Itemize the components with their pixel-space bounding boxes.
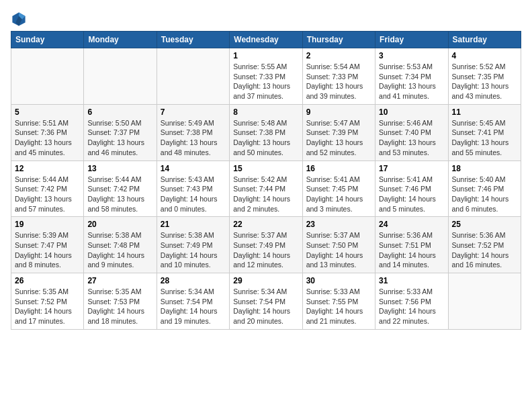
day-info: Sunrise: 5:33 AM Sunset: 7:55 PM Dayligh… — [306, 287, 371, 326]
day-info: Sunrise: 5:41 AM Sunset: 7:46 PM Dayligh… — [379, 175, 444, 214]
day-number: 26 — [15, 276, 80, 285]
day-number: 15 — [233, 164, 298, 173]
day-info: Sunrise: 5:51 AM Sunset: 7:36 PM Dayligh… — [15, 118, 80, 158]
calendar-cell: 30Sunrise: 5:33 AM Sunset: 7:55 PM Dayli… — [302, 273, 375, 330]
calendar-table: SundayMondayTuesdayWednesdayThursdayFrid… — [11, 31, 521, 330]
day-info: Sunrise: 5:50 AM Sunset: 7:37 PM Dayligh… — [87, 118, 152, 158]
day-number: 25 — [452, 220, 517, 229]
day-info: Sunrise: 5:48 AM Sunset: 7:38 PM Dayligh… — [233, 118, 298, 158]
day-number: 3 — [379, 51, 444, 60]
day-number: 31 — [379, 276, 444, 285]
calendar-cell — [11, 48, 84, 105]
calendar-cell: 7Sunrise: 5:49 AM Sunset: 7:38 PM Daylig… — [157, 104, 229, 161]
calendar-cell: 10Sunrise: 5:46 AM Sunset: 7:40 PM Dayli… — [375, 104, 448, 161]
day-info: Sunrise: 5:44 AM Sunset: 7:42 PM Dayligh… — [15, 175, 80, 214]
day-info: Sunrise: 5:54 AM Sunset: 7:33 PM Dayligh… — [306, 62, 371, 101]
day-number: 1 — [233, 51, 298, 60]
day-number: 2 — [306, 51, 371, 60]
day-number: 10 — [379, 107, 444, 117]
day-info: Sunrise: 5:43 AM Sunset: 7:43 PM Dayligh… — [161, 175, 226, 214]
day-header-friday: Friday — [375, 32, 448, 48]
day-number: 9 — [306, 107, 371, 117]
day-info: Sunrise: 5:36 AM Sunset: 7:52 PM Dayligh… — [452, 230, 517, 270]
day-info: Sunrise: 5:47 AM Sunset: 7:39 PM Dayligh… — [306, 118, 371, 158]
week-row: 1Sunrise: 5:55 AM Sunset: 7:33 PM Daylig… — [11, 48, 521, 105]
calendar-cell: 26Sunrise: 5:35 AM Sunset: 7:52 PM Dayli… — [11, 273, 84, 330]
calendar-cell: 13Sunrise: 5:44 AM Sunset: 7:42 PM Dayli… — [84, 161, 157, 217]
day-info: Sunrise: 5:44 AM Sunset: 7:42 PM Dayligh… — [87, 175, 152, 214]
day-number: 23 — [306, 220, 371, 229]
day-number: 4 — [452, 51, 517, 60]
day-number: 11 — [452, 107, 517, 117]
calendar-cell: 1Sunrise: 5:55 AM Sunset: 7:33 PM Daylig… — [230, 48, 302, 105]
calendar-cell: 27Sunrise: 5:35 AM Sunset: 7:53 PM Dayli… — [84, 273, 157, 330]
calendar-cell: 19Sunrise: 5:39 AM Sunset: 7:47 PM Dayli… — [11, 217, 84, 273]
calendar-cell — [84, 48, 157, 105]
calendar-cell: 22Sunrise: 5:37 AM Sunset: 7:49 PM Dayli… — [230, 217, 302, 273]
day-number: 13 — [87, 164, 152, 173]
day-number: 5 — [15, 107, 80, 117]
day-info: Sunrise: 5:38 AM Sunset: 7:49 PM Dayligh… — [161, 230, 226, 270]
day-info: Sunrise: 5:38 AM Sunset: 7:48 PM Dayligh… — [87, 230, 152, 270]
week-row: 26Sunrise: 5:35 AM Sunset: 7:52 PM Dayli… — [11, 273, 521, 330]
calendar-cell: 3Sunrise: 5:53 AM Sunset: 7:34 PM Daylig… — [375, 48, 448, 105]
week-row: 5Sunrise: 5:51 AM Sunset: 7:36 PM Daylig… — [11, 104, 521, 161]
day-number: 19 — [15, 220, 80, 229]
day-number: 20 — [87, 220, 152, 229]
logo — [11, 11, 30, 27]
day-number: 18 — [452, 164, 517, 173]
calendar-cell: 6Sunrise: 5:50 AM Sunset: 7:37 PM Daylig… — [84, 104, 157, 161]
day-info: Sunrise: 5:53 AM Sunset: 7:34 PM Dayligh… — [379, 62, 444, 101]
day-info: Sunrise: 5:49 AM Sunset: 7:38 PM Dayligh… — [161, 118, 226, 158]
calendar-cell: 21Sunrise: 5:38 AM Sunset: 7:49 PM Dayli… — [157, 217, 229, 273]
logo-icon — [11, 11, 27, 27]
calendar-cell: 2Sunrise: 5:54 AM Sunset: 7:33 PM Daylig… — [302, 48, 375, 105]
day-info: Sunrise: 5:55 AM Sunset: 7:33 PM Dayligh… — [233, 62, 298, 101]
day-header-wednesday: Wednesday — [230, 32, 302, 48]
calendar-cell: 25Sunrise: 5:36 AM Sunset: 7:52 PM Dayli… — [448, 217, 521, 273]
day-info: Sunrise: 5:52 AM Sunset: 7:35 PM Dayligh… — [452, 62, 517, 101]
day-info: Sunrise: 5:42 AM Sunset: 7:44 PM Dayligh… — [233, 175, 298, 214]
week-row: 19Sunrise: 5:39 AM Sunset: 7:47 PM Dayli… — [11, 217, 521, 273]
day-header-sunday: Sunday — [11, 32, 84, 48]
day-info: Sunrise: 5:37 AM Sunset: 7:50 PM Dayligh… — [306, 230, 371, 270]
day-info: Sunrise: 5:35 AM Sunset: 7:52 PM Dayligh… — [15, 287, 80, 326]
calendar-cell — [157, 48, 229, 105]
day-header-monday: Monday — [84, 32, 157, 48]
calendar-cell: 31Sunrise: 5:33 AM Sunset: 7:56 PM Dayli… — [375, 273, 448, 330]
day-number: 6 — [87, 107, 152, 117]
week-row: 12Sunrise: 5:44 AM Sunset: 7:42 PM Dayli… — [11, 161, 521, 217]
calendar-cell: 24Sunrise: 5:36 AM Sunset: 7:51 PM Dayli… — [375, 217, 448, 273]
day-number: 27 — [87, 276, 152, 285]
day-header-tuesday: Tuesday — [157, 32, 229, 48]
day-number: 17 — [379, 164, 444, 173]
day-number: 21 — [161, 220, 226, 229]
calendar-cell: 4Sunrise: 5:52 AM Sunset: 7:35 PM Daylig… — [448, 48, 521, 105]
day-info: Sunrise: 5:40 AM Sunset: 7:46 PM Dayligh… — [452, 175, 517, 214]
calendar-cell: 11Sunrise: 5:45 AM Sunset: 7:41 PM Dayli… — [448, 104, 521, 161]
day-number: 22 — [233, 220, 298, 229]
calendar-cell: 17Sunrise: 5:41 AM Sunset: 7:46 PM Dayli… — [375, 161, 448, 217]
day-number: 24 — [379, 220, 444, 229]
day-number: 12 — [15, 164, 80, 173]
day-info: Sunrise: 5:45 AM Sunset: 7:41 PM Dayligh… — [452, 118, 517, 158]
header-row: SundayMondayTuesdayWednesdayThursdayFrid… — [11, 32, 521, 48]
day-info: Sunrise: 5:39 AM Sunset: 7:47 PM Dayligh… — [15, 230, 80, 270]
day-number: 8 — [233, 107, 298, 117]
calendar-cell: 14Sunrise: 5:43 AM Sunset: 7:43 PM Dayli… — [157, 161, 229, 217]
day-header-thursday: Thursday — [302, 32, 375, 48]
day-info: Sunrise: 5:37 AM Sunset: 7:49 PM Dayligh… — [233, 230, 298, 270]
day-info: Sunrise: 5:34 AM Sunset: 7:54 PM Dayligh… — [233, 287, 298, 326]
calendar-cell: 18Sunrise: 5:40 AM Sunset: 7:46 PM Dayli… — [448, 161, 521, 217]
calendar-cell: 23Sunrise: 5:37 AM Sunset: 7:50 PM Dayli… — [302, 217, 375, 273]
calendar-cell: 8Sunrise: 5:48 AM Sunset: 7:38 PM Daylig… — [230, 104, 302, 161]
day-info: Sunrise: 5:46 AM Sunset: 7:40 PM Dayligh… — [379, 118, 444, 158]
day-number: 7 — [161, 107, 226, 117]
calendar-cell: 15Sunrise: 5:42 AM Sunset: 7:44 PM Dayli… — [230, 161, 302, 217]
day-info: Sunrise: 5:33 AM Sunset: 7:56 PM Dayligh… — [379, 287, 444, 326]
calendar-cell: 5Sunrise: 5:51 AM Sunset: 7:36 PM Daylig… — [11, 104, 84, 161]
calendar-cell: 9Sunrise: 5:47 AM Sunset: 7:39 PM Daylig… — [302, 104, 375, 161]
calendar-cell: 20Sunrise: 5:38 AM Sunset: 7:48 PM Dayli… — [84, 217, 157, 273]
day-header-saturday: Saturday — [448, 32, 521, 48]
day-number: 14 — [161, 164, 226, 173]
